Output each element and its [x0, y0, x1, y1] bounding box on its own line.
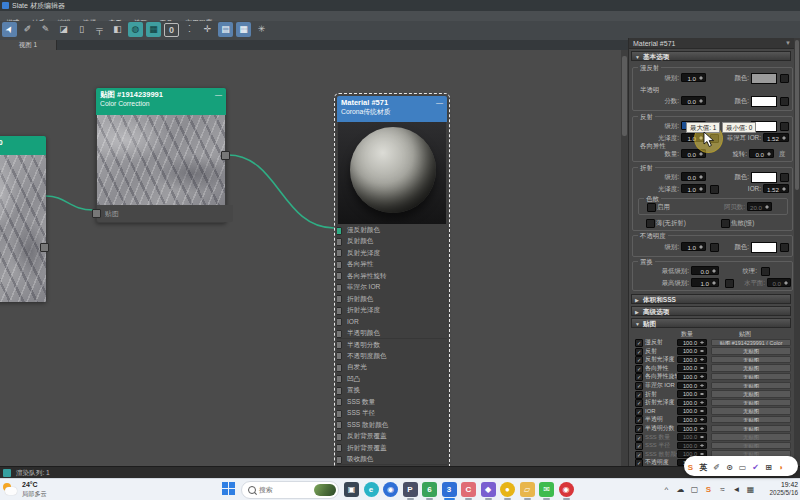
- tray-corona-icon[interactable]: S: [702, 483, 715, 496]
- node-header[interactable]: Material #571 Corona传统材质 —: [337, 96, 447, 122]
- task-view-app[interactable]: ▣: [344, 482, 359, 497]
- node-color-correction[interactable]: 贴图 #1914239991 Color Correction — 贴图: [96, 88, 226, 223]
- map-slot-button[interactable]: 无贴图: [711, 382, 791, 390]
- opacity-color-swatch[interactable]: [751, 242, 777, 253]
- pen-cursor-icon[interactable]: ✐: [710, 458, 723, 478]
- abbe-spinner[interactable]: 20.0: [747, 202, 772, 211]
- search-daily-image[interactable]: [314, 484, 336, 496]
- show-in-viewport-icon[interactable]: ◍: [128, 22, 143, 37]
- min-level-spinner[interactable]: 0.0: [691, 266, 719, 275]
- map-enable-checkbox[interactable]: [635, 459, 643, 466]
- aniso-rotation-spinner[interactable]: 0.0: [749, 149, 774, 158]
- map-slot-button[interactable]: 无贴图: [711, 407, 791, 415]
- corona-logo-icon[interactable]: S: [684, 458, 697, 478]
- slot-socket[interactable]: [337, 456, 342, 464]
- map-slot-button[interactable]: 无贴图: [711, 425, 791, 433]
- map-amount-spinner[interactable]: 100.0: [677, 364, 707, 372]
- translucency-map-button[interactable]: [780, 97, 789, 106]
- select-arrow-icon[interactable]: ➤: [2, 22, 17, 37]
- check-purple-icon[interactable]: ✔: [749, 458, 762, 478]
- slot-socket[interactable]: [337, 318, 342, 326]
- slot-socket[interactable]: [337, 433, 342, 441]
- weather-widget[interactable]: 24°C 局部多云: [3, 481, 93, 499]
- tray-expand-caret-icon[interactable]: ^: [660, 483, 673, 496]
- rollout-advanced-options[interactable]: ▶高级选项: [631, 306, 791, 316]
- map-amount-spinner[interactable]: 100.0: [677, 347, 707, 355]
- app-yellow[interactable]: ●: [500, 482, 515, 497]
- translucency-color-swatch[interactable]: [751, 96, 777, 107]
- screen-share-icon[interactable]: ▭: [736, 458, 749, 478]
- browser-blue-app[interactable]: ◉: [383, 482, 398, 497]
- map-slot-button[interactable]: 无贴图: [711, 442, 791, 450]
- slot-socket[interactable]: [337, 295, 342, 303]
- texture-checkbox[interactable]: [761, 267, 770, 276]
- thin-checkbox[interactable]: [646, 219, 655, 228]
- output-socket[interactable]: [221, 151, 230, 160]
- map-slot-button[interactable]: 无贴图: [711, 373, 791, 381]
- input-method-en-icon[interactable]: 英: [697, 458, 710, 478]
- delete-selected-icon[interactable]: ▯: [74, 22, 89, 37]
- edge-browser-app[interactable]: e: [364, 482, 379, 497]
- map-slot-button[interactable]: 无贴图: [711, 364, 791, 372]
- opacity-map-button[interactable]: [710, 243, 719, 252]
- input-slot-map[interactable]: 贴图: [97, 205, 233, 222]
- slot-socket[interactable]: [337, 249, 342, 257]
- search-input[interactable]: 搜索: [241, 481, 339, 499]
- node-material-571[interactable]: Material #571 Corona传统材质 — 漫反射颜色反射颜色反射光泽…: [337, 96, 447, 466]
- assign-material-brush-icon[interactable]: ✎: [38, 22, 53, 37]
- slot-socket[interactable]: [337, 261, 342, 269]
- translucency-fraction-spinner[interactable]: 0.0: [681, 96, 706, 105]
- refraction-gloss-spinner[interactable]: 1.0: [681, 184, 706, 193]
- recorder-app[interactable]: ◉: [559, 482, 574, 497]
- map-amount-spinner[interactable]: 100.0: [677, 407, 707, 415]
- map-slot-button[interactable]: 无贴图: [711, 416, 791, 424]
- map-amount-spinner[interactable]: 100.0: [677, 433, 707, 441]
- node-header[interactable]: 9990: [0, 136, 46, 155]
- tray-wifi-icon[interactable]: ≈: [716, 483, 729, 496]
- show-background-checker-icon[interactable]: ▦: [146, 22, 161, 37]
- file-explorer-app[interactable]: ▱: [520, 482, 535, 497]
- material-bucket-icon[interactable]: ◧: [110, 22, 125, 37]
- orange-chevron-icon[interactable]: ◗: [775, 458, 788, 478]
- layout-selected-icon[interactable]: ▦: [236, 22, 251, 37]
- layout-dots-icon[interactable]: ⁚: [182, 22, 197, 37]
- map-amount-spinner[interactable]: 100.0: [677, 339, 707, 347]
- canvas-scrollbar[interactable]: [621, 50, 628, 466]
- app-p[interactable]: P: [403, 482, 418, 497]
- map-slot-button[interactable]: 贴图 #1914239991 ( Color: [711, 339, 791, 347]
- chevron-down-icon[interactable]: ▼: [785, 38, 791, 49]
- map-slot-button[interactable]: 无贴图: [711, 356, 791, 364]
- input-socket[interactable]: [92, 209, 101, 218]
- opacity-map-button-2[interactable]: [780, 243, 789, 252]
- map-amount-spinner[interactable]: 100.0: [677, 442, 707, 450]
- slot-socket[interactable]: [337, 307, 342, 315]
- map-slot-button[interactable]: 无贴图: [711, 399, 791, 407]
- map-slot-button[interactable]: 无贴图: [711, 390, 791, 398]
- material-slot-20[interactable]: 吸收颜色: [337, 453, 447, 465]
- connector-icon[interactable]: ✛: [200, 22, 215, 37]
- refraction-level-spinner[interactable]: 0.0: [681, 172, 706, 181]
- reflection-map-button[interactable]: [780, 122, 789, 131]
- panel-material-header[interactable]: Material #571 ▼: [629, 38, 795, 49]
- app-cad[interactable]: C: [461, 482, 476, 497]
- tray-box-icon[interactable]: ▢: [688, 483, 701, 496]
- slot-socket[interactable]: [337, 341, 342, 349]
- slot-socket[interactable]: [337, 352, 342, 360]
- refr-gloss-map-button[interactable]: [710, 185, 719, 194]
- pick-material-eyedropper-icon[interactable]: ✐: [20, 22, 35, 37]
- map-amount-spinner[interactable]: 100.0: [677, 399, 707, 407]
- refraction-map-button[interactable]: [780, 173, 789, 182]
- tray-cloud-icon[interactable]: ☁: [674, 483, 687, 496]
- diffuse-color-swatch[interactable]: [751, 73, 777, 84]
- rollout-volume-sss[interactable]: ▶体积和SSS: [631, 294, 791, 304]
- layout-all-icon[interactable]: ▤: [218, 22, 233, 37]
- slot-socket[interactable]: [337, 444, 342, 452]
- put-to-library-icon[interactable]: ◪: [56, 22, 71, 37]
- tray-volume-icon[interactable]: ◄: [730, 483, 743, 496]
- pan-icon[interactable]: ✳: [254, 22, 269, 37]
- diffuse-level-spinner[interactable]: 1.0: [681, 73, 706, 82]
- max-level-spinner[interactable]: 1.0: [691, 278, 719, 287]
- rollout-basic-options[interactable]: ▼基本选项: [631, 51, 791, 61]
- move-children-icon[interactable]: ╤: [92, 22, 107, 37]
- node-map-1914239990[interactable]: 9990: [0, 136, 46, 302]
